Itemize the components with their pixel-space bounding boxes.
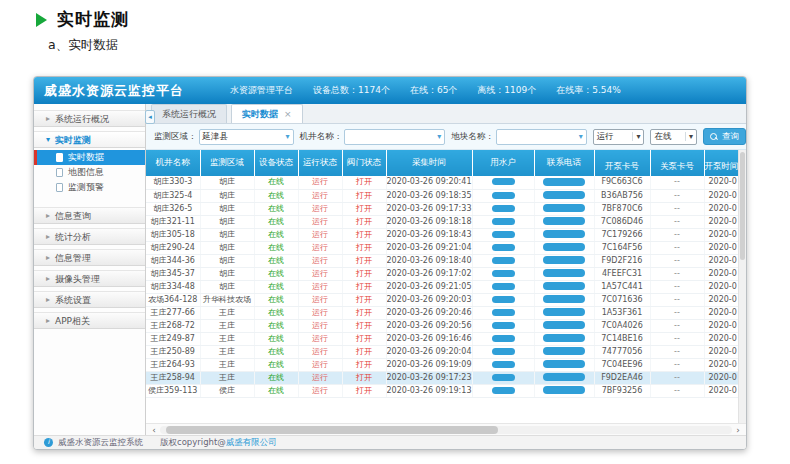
run-status-select[interactable]: 运行 ▾ [593,129,645,145]
cell-device-status: 在线 [254,319,298,332]
tab-实时数据[interactable]: 实时数据× [231,104,303,123]
online-status-select-value: 在线 [654,131,671,143]
table-row[interactable]: 王庄268-72王庄在线运行打开2020-03-26 09:20:567C0A4… [146,319,739,332]
sidebar-item-系统设置[interactable]: ▸系统设置 [34,291,145,308]
redacted-phone [543,191,585,199]
cell-valve-status: 打开 [342,384,386,397]
close-icon[interactable]: × [284,105,292,123]
table-row[interactable]: 胡庄290-24胡庄在线运行打开2020-03-26 09:21:047C164… [146,241,739,254]
sidebar-subitem-实时数据[interactable]: 实时数据 [34,150,145,165]
cell-close-card: -- [650,384,704,397]
sidebar-item-实时监测[interactable]: ▾实时监测 [34,131,145,148]
cell-open-card: F9D2F216 [594,254,650,267]
search-button[interactable]: 查询 [703,128,746,145]
cell-close-card: -- [650,176,704,189]
cell-well-name: 胡庄325-4 [146,189,200,202]
redacted-water-user [492,218,515,225]
run-status-select-value: 运行 [597,131,614,143]
cell-open-card: 7C071636 [594,293,650,306]
sidebar-item-系统运行概况[interactable]: ▸系统运行概况 [34,110,145,127]
cell-water-user [472,228,534,241]
table-row[interactable]: 胡庄305-18胡庄在线运行打开2020-03-26 09:18:437C179… [146,228,739,241]
column-header-关泵卡号[interactable]: 关泵卡号 [650,150,704,176]
sidebar-item-信息管理[interactable]: ▸信息管理 [34,249,145,266]
cell-device-status: 在线 [254,176,298,189]
column-header-运行状态[interactable]: 运行状态 [298,150,342,176]
sidebar-item-label: 信息查询 [55,208,91,224]
table-row[interactable]: 王庄249-87王庄在线运行打开2020-03-26 09:16:467C14B… [146,332,739,345]
region-select[interactable]: 延津县 ▾ [199,129,294,145]
table-row[interactable]: 王庄258-94王庄在线运行打开2020-03-26 09:17:23F9D2E… [146,371,739,384]
cell-device-status: 在线 [254,280,298,293]
cell-open-card: 7C14BE16 [594,332,650,345]
table-row[interactable]: 王庄250-89王庄在线运行打开2020-03-26 09:20:0474777… [146,345,739,358]
cell-run-status: 运行 [298,254,342,267]
section-title: 实时监测 [57,8,129,31]
column-header-联系电话[interactable]: 联系电话 [534,150,594,176]
well-name-select[interactable]: ▾ [344,129,445,145]
table-row[interactable]: 胡庄334-48胡庄在线运行打开2020-03-26 09:21:051A57C… [146,280,739,293]
redacted-phone [543,230,585,238]
cell-well-name: 胡庄330-3 [146,176,200,189]
table-row[interactable]: 农场364-128升华科技农场在线运行打开2020-03-26 09:20:03… [146,293,739,306]
vertical-scrollbar[interactable] [738,150,746,423]
cell-close-card: -- [650,241,704,254]
section-marker-icon [36,13,47,27]
table-row[interactable]: 胡庄345-37胡庄在线运行打开2020-03-26 09:17:024FEEF… [146,267,739,280]
sidebar-item-统计分析[interactable]: ▸统计分析 [34,228,145,245]
horizontal-scrollbar-thumb[interactable] [166,426,498,434]
cell-well-name: 王庄277-66 [146,306,200,319]
cell-open-card: 7BF93256 [594,384,650,397]
cell-region: 升华科技农场 [200,293,254,306]
cell-open-card: 1A57C441 [594,280,650,293]
column-header-采集时间[interactable]: 采集时间 [386,150,472,176]
sidebar-item-摄像头管理[interactable]: ▸摄像头管理 [34,270,145,287]
vertical-scrollbar-thumb[interactable] [740,152,745,260]
table-row[interactable]: 王庄277-66王庄在线运行打开2020-03-26 09:20:461A53F… [146,306,739,319]
online-status-select[interactable]: 在线 ▾ [650,129,697,145]
cell-pump-time: 2020-0 [704,332,739,345]
cell-well-name: 胡庄326-5 [146,202,200,215]
redacted-water-user [492,178,515,185]
table-row[interactable]: 胡庄344-36胡庄在线运行打开2020-03-26 09:18:40F9D2F… [146,254,739,267]
column-header-监测区域[interactable]: 监测区域 [200,150,254,176]
filter-bar: 监测区域： 延津县 ▾ 机井名称： ▾ 地块名称： ▾ [146,124,746,150]
scroll-right-icon[interactable]: › [732,425,744,435]
cell-water-user [472,358,534,371]
column-header-开泵卡号[interactable]: 开泵卡号 [594,150,650,176]
cell-water-user [472,371,534,384]
table-row[interactable]: 胡庄330-3胡庄在线运行打开2020-03-26 09:20:41F9C663… [146,176,739,189]
chevron-down-icon: ▾ [437,132,441,141]
scroll-left-icon[interactable]: ‹ [148,425,160,435]
table-row[interactable]: 胡庄325-4胡庄在线运行打开2020-03-26 09:18:35B36AB7… [146,189,739,202]
tab-系统运行概况[interactable]: 系统运行概况 [151,104,227,123]
column-header-开泵时间[interactable]: 开泵时间 [704,150,739,176]
cell-pump-time: 2020-0 [704,345,739,358]
cell-water-user [472,215,534,228]
sidebar-subitem-地图信息[interactable]: 地图信息 [34,165,145,180]
cell-region: 王庄 [200,332,254,345]
cell-region: 胡庄 [200,189,254,202]
sidebar-item-label: 摄像头管理 [55,271,100,287]
cell-pump-time: 2020-0 [704,319,739,332]
column-header-阀门状态[interactable]: 阀门状态 [342,150,386,176]
horizontal-scrollbar-track[interactable] [160,426,732,434]
column-header-机井名称[interactable]: 机井名称 [146,150,200,176]
sidebar-collapse-button[interactable]: ◂ [145,110,155,124]
horizontal-scrollbar[interactable]: ‹ › [146,423,746,435]
cell-run-status: 运行 [298,241,342,254]
column-header-用水户[interactable]: 用水户 [472,150,534,176]
table-row[interactable]: 胡庄321-11胡庄在线运行打开2020-03-26 09:18:187C086… [146,215,739,228]
table-row[interactable]: 胡庄326-5胡庄在线运行打开2020-03-26 09:17:337BF870… [146,202,739,215]
table-row[interactable]: 王庄264-93王庄在线运行打开2020-03-26 09:19:097C04E… [146,358,739,371]
cell-close-card: -- [650,371,704,384]
sidebar-item-信息查询[interactable]: ▸信息查询 [34,207,145,224]
column-header-设备状态[interactable]: 设备状态 [254,150,298,176]
plot-name-label: 地块名称： [451,131,494,143]
table-row[interactable]: 侯庄359-113侯庄在线运行打开2020-03-26 09:19:137BF9… [146,384,739,397]
cell-device-status: 在线 [254,202,298,215]
sidebar-item-APP相关[interactable]: ▸APP相关 [34,312,145,329]
cell-device-status: 在线 [254,241,298,254]
plot-name-select[interactable]: ▾ [496,129,587,145]
sidebar-subitem-监测预警[interactable]: 监测预警 [34,180,145,195]
